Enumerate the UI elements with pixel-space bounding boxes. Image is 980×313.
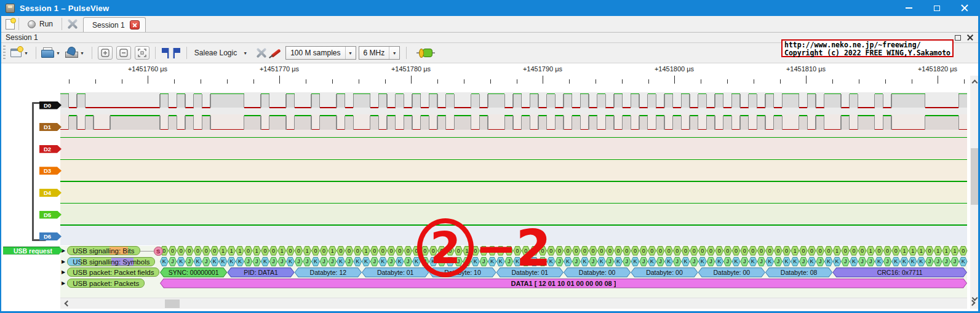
decoder-row-packets: DATA1 [ 12 01 10 01 00 00 00 08 ] [160,279,967,288]
settings-tools-icon[interactable] [66,18,78,30]
channel-tag-D4[interactable]: D4 [39,189,62,197]
symbol-annotation: J [673,257,682,267]
ruler-tick [622,79,623,84]
app-icon [6,4,15,13]
float-view-icon[interactable] [955,35,961,41]
minimize-button[interactable] [895,0,923,16]
maximize-button[interactable] [923,0,950,16]
scroll-up-icon[interactable] [972,80,978,86]
usb-request-tag[interactable]: USB request [3,247,63,255]
configure-device-button[interactable] [253,45,268,61]
expand-arrow-icon[interactable]: ▶ [62,280,65,286]
channels-button[interactable] [268,45,283,61]
open-button[interactable]: ▼ [40,45,64,61]
new-session-button[interactable]: ▼ [9,45,32,61]
zoom-fit-button[interactable] [135,46,149,60]
symbol-annotation: J [328,257,337,267]
close-button[interactable] [950,0,978,16]
session-bar-label: Session 1 [6,33,38,42]
time-ruler[interactable]: +1451760 μs+1451770 μs+1451780 μs+145179… [60,63,967,84]
bit-annotation: 0 [925,246,934,256]
symbol-annotation: K [698,257,707,267]
save-button[interactable]: ▼ [64,45,88,61]
decoder-label-tag[interactable]: USB packet: Packets [67,279,145,288]
packet-field-annotation: Databyte: 08 [765,267,832,277]
symbol-annotation: K [631,257,640,267]
bit-annotation: 0 [959,246,968,256]
ruler-tick [148,76,148,84]
new-view-icon[interactable] [6,19,15,30]
bit-annotation: 0 [765,246,774,256]
zoom-in-button[interactable] [98,46,113,60]
decoder-label-tag[interactable]: USB signalling: Bits [67,246,140,255]
vertical-scroll-thumb[interactable] [971,148,979,205]
decoder-label-row[interactable]: ▶ USB packet: Packet fields [62,267,159,277]
horizontal-scrollbar[interactable] [60,298,967,309]
decoder-label-row[interactable]: ▶ USB packet: Packets [62,279,145,288]
bit-annotation: 0 [210,246,219,256]
window-title: Session 1 – PulseView [20,4,110,13]
symbol-annotation: J [320,257,329,267]
ruler-tick [727,79,728,84]
expand-arrow-icon[interactable]: ▶ [62,269,65,275]
bit-annotation: 0 [581,246,589,256]
symbol-annotation: J [883,257,892,267]
bit-annotation: 1 [303,246,311,256]
trigger-flags-icon [161,46,181,60]
decoder-label-row[interactable]: ▶ USB signalling: Bits [62,246,140,255]
channel-group-bracket[interactable] [32,102,34,241]
separator [18,18,19,30]
trigger-buttons[interactable] [159,45,183,61]
device-selector[interactable]: Saleae Logic ▼ [191,49,253,57]
toolbar-grip[interactable] [3,46,6,60]
symbol-annotation: J [345,257,354,267]
chevron-down-icon: ▼ [389,47,399,59]
channel-tag-D6[interactable]: D6 [39,232,62,240]
ruler-tick [437,79,438,84]
channel-tag-D5[interactable]: D5 [39,211,62,219]
bit-annotation: 0 [269,246,278,256]
bit-annotation: 0 [875,246,883,256]
ruler-tick [122,79,122,84]
vertical-scrollbar[interactable] [970,76,979,309]
copyright-overlay: http://www.neko.ne.jp/~freewing/ Copyrig… [781,39,954,57]
run-button[interactable]: Run [23,18,58,30]
marker-icon[interactable] [416,49,435,58]
decoder-label-tag[interactable]: USB packet: Packet fields [67,267,159,277]
tab-close-button[interactable] [130,20,140,30]
bit-annotation: 1 [227,246,236,256]
symbol-annotation: K [236,257,244,267]
bit-annotation: 0 [883,246,892,256]
ruler-tick [385,79,386,84]
ruler-tick [964,79,965,84]
ruler-label: +1451790 μs [506,65,580,73]
tab-session[interactable]: Session 1 [83,17,146,33]
save-icon [65,48,78,58]
zoom-out-button[interactable] [116,46,131,60]
decoder-label-row[interactable]: ▶ USB signalling: Symbols [62,257,155,266]
ruler-tick [411,76,412,84]
bit-annotation: 0 [589,246,597,256]
bit-annotation: 1 [362,246,370,256]
sample-count-combo[interactable]: 100 M samples ▼ [285,46,356,60]
decoder-row-symbols: KJKJKJKKKKJJKJJKJJKJJKJKKJKJKJKJKJKJJKJK… [160,257,967,267]
sample-rate-combo[interactable]: 6 MHz ▼ [359,46,400,60]
expand-arrow-icon[interactable]: ▶ [62,259,65,264]
symbol-annotation: K [210,257,219,267]
channel-tag-D2[interactable]: D2 [39,145,62,153]
bit-annotation: 0 [295,246,303,256]
close-view-icon[interactable] [967,34,973,41]
horizontal-scroll-thumb[interactable] [165,299,180,308]
channel-tag-D3[interactable]: D3 [39,167,62,175]
bit-annotation: 0 [320,246,329,256]
separator [155,47,156,59]
channel-tag-D1[interactable]: D1 [39,123,62,131]
sample-rate-value: 6 MHz [364,49,385,57]
channel-tag-D0[interactable]: D0 [39,101,62,109]
decoder-label-tag[interactable]: USB signalling: Symbols [67,257,155,266]
symbol-annotation: K [362,257,370,267]
symbol-annotation: K [564,257,572,267]
bit-annotation: 0 [370,246,379,256]
scroll-left-icon[interactable] [65,301,71,307]
symbol-annotation: K [378,257,387,267]
